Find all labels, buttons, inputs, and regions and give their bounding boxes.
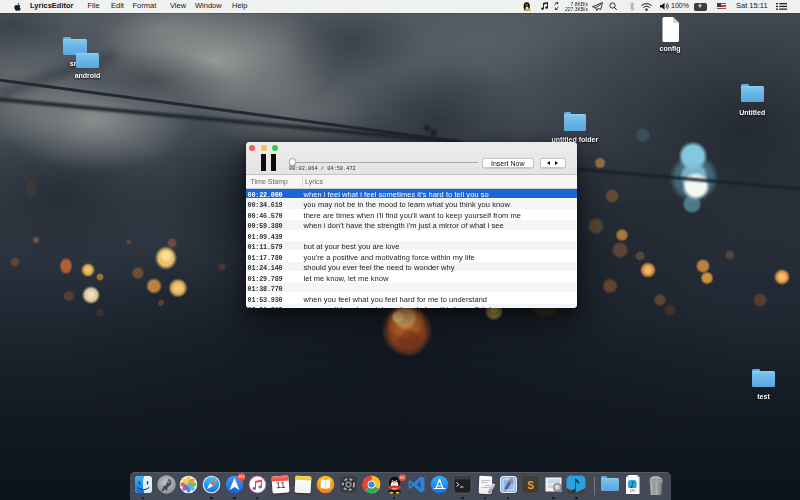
svg-text:S: S (527, 480, 534, 491)
